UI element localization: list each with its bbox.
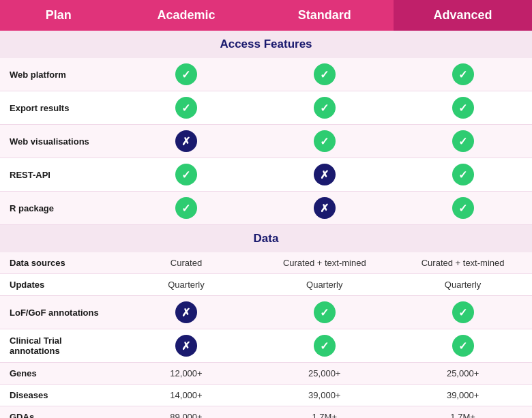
table-row: R package — [0, 192, 532, 225]
academic-8-cross — [117, 329, 256, 363]
table-body: Access Features Web platform Export resu… — [0, 31, 532, 418]
table-row: LoF/GoF annotations — [0, 296, 532, 329]
standard-4-cross — [255, 192, 394, 225]
table-row: Export results — [0, 91, 532, 125]
advanced-4-check — [394, 192, 532, 225]
section-title-1: Data — [0, 225, 532, 253]
table-row: Clinical Trial annotations — [0, 329, 532, 363]
check-icon — [314, 97, 336, 119]
check-icon — [175, 63, 197, 85]
advanced-2-check — [394, 125, 532, 158]
advanced-11-text: 1.7M+ — [394, 406, 532, 419]
check-icon — [314, 130, 336, 152]
table-row: Web visualisations — [0, 125, 532, 158]
feature-label: REST-API — [0, 158, 117, 192]
check-icon — [452, 164, 474, 185]
check-icon — [452, 335, 474, 357]
standard-6-text: Quarterly — [255, 274, 394, 296]
feature-label: Clinical Trial annotations — [0, 329, 117, 363]
academic-3-check — [117, 158, 256, 192]
academic-6-text: Quarterly — [117, 274, 256, 296]
advanced-10-text: 39,000+ — [394, 385, 532, 406]
section-header-0: Access Features — [0, 31, 532, 58]
table-row: Diseases 14,000+ 39,000+ 39,000+ — [0, 385, 532, 406]
check-icon — [175, 197, 197, 219]
advanced-6-text: Quarterly — [394, 274, 532, 296]
header-row: Plan Academic Standard Advanced — [0, 0, 532, 31]
standard-header: Standard — [255, 0, 394, 31]
feature-label: Export results — [0, 91, 117, 125]
check-icon — [452, 301, 474, 323]
feature-label: Genes — [0, 363, 117, 385]
check-icon — [175, 164, 197, 185]
advanced-0-check — [394, 58, 532, 91]
academic-header: Academic — [117, 0, 256, 31]
cross-icon — [175, 130, 197, 152]
table-row: Genes 12,000+ 25,000+ 25,000+ — [0, 363, 532, 385]
feature-label: R package — [0, 192, 117, 225]
table-row: Updates Quarterly Quarterly Quarterly — [0, 274, 532, 296]
academic-7-cross — [117, 296, 256, 329]
academic-0-check — [117, 58, 256, 91]
table-row: GDAs 89,000+ 1.7M+ 1.7M+ — [0, 406, 532, 419]
cross-icon — [314, 197, 336, 219]
academic-9-text: 12,000+ — [117, 363, 256, 385]
standard-7-check — [255, 296, 394, 329]
standard-1-check — [255, 91, 394, 125]
academic-10-text: 14,000+ — [117, 385, 256, 406]
section-title-0: Access Features — [0, 31, 532, 58]
standard-2-check — [255, 125, 394, 158]
feature-label: Web platform — [0, 58, 117, 91]
check-icon — [452, 130, 474, 152]
feature-label: Data sources — [0, 252, 117, 274]
standard-11-text: 1.7M+ — [255, 406, 394, 419]
table-row: Data sources Curated Curated + text-mine… — [0, 252, 532, 274]
standard-10-text: 39,000+ — [255, 385, 394, 406]
table-row: Web platform — [0, 58, 532, 91]
standard-3-cross — [255, 158, 394, 192]
standard-0-check — [255, 58, 394, 91]
plan-header: Plan — [0, 0, 117, 31]
advanced-3-check — [394, 158, 532, 192]
feature-label: GDAs — [0, 406, 117, 419]
academic-2-cross — [117, 125, 256, 158]
advanced-header: Advanced — [394, 0, 532, 31]
section-header-1: Data — [0, 225, 532, 253]
cross-icon — [175, 301, 197, 323]
check-icon — [452, 97, 474, 119]
table-row: REST-API — [0, 158, 532, 192]
standard-9-text: 25,000+ — [255, 363, 394, 385]
feature-label: Updates — [0, 274, 117, 296]
advanced-9-text: 25,000+ — [394, 363, 532, 385]
feature-label: LoF/GoF annotations — [0, 296, 117, 329]
check-icon — [314, 63, 336, 85]
feature-label: Web visualisations — [0, 125, 117, 158]
cross-icon — [175, 335, 197, 357]
academic-5-text: Curated — [117, 252, 256, 274]
standard-8-check — [255, 329, 394, 363]
advanced-8-check — [394, 329, 532, 363]
feature-label: Diseases — [0, 385, 117, 406]
academic-1-check — [117, 91, 256, 125]
check-icon — [314, 301, 336, 323]
comparison-table: Plan Academic Standard Advanced Access F… — [0, 0, 532, 418]
standard-5-text: Curated + text-mined — [255, 252, 394, 274]
academic-4-check — [117, 192, 256, 225]
advanced-7-check — [394, 296, 532, 329]
advanced-1-check — [394, 91, 532, 125]
academic-11-text: 89,000+ — [117, 406, 256, 419]
check-icon — [452, 63, 474, 85]
check-icon — [452, 197, 474, 219]
check-icon — [314, 335, 336, 357]
advanced-5-text: Curated + text-mined — [394, 252, 532, 274]
cross-icon — [314, 164, 336, 185]
check-icon — [175, 97, 197, 119]
